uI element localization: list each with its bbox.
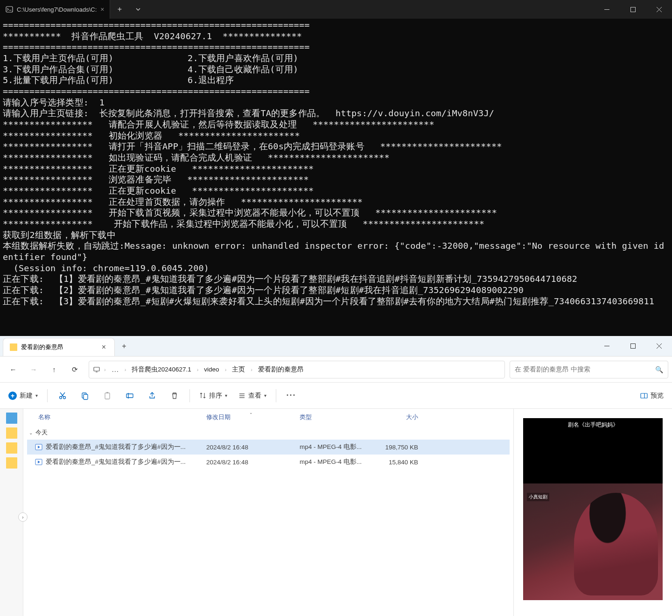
group-today[interactable]: ⌄ 今天: [27, 426, 510, 440]
sidebar-item[interactable]: [6, 413, 17, 424]
breadcrumb-item[interactable]: 抖音爬虫20240627.1: [130, 364, 193, 375]
share-button[interactable]: [142, 385, 162, 406]
cut-button[interactable]: [52, 385, 73, 406]
folder-icon: [10, 343, 17, 351]
copy-button[interactable]: [75, 385, 95, 406]
close-icon: [657, 7, 662, 12]
svg-rect-12: [106, 392, 108, 393]
preview-toggle[interactable]: 预览: [636, 389, 668, 403]
column-date[interactable]: ⌄修改日期: [203, 413, 296, 421]
sidebar-item[interactable]: [6, 457, 17, 469]
plus-icon: +: [8, 392, 17, 400]
maximize-icon: [630, 7, 636, 12]
file-size: 198,750 KB: [375, 444, 422, 451]
copy-icon: [81, 392, 89, 400]
breadcrumb-item[interactable]: video: [202, 365, 221, 374]
chevron-right-icon: ›: [223, 367, 229, 372]
chevron-down-icon: ▾: [225, 393, 227, 398]
terminal-icon: [6, 6, 13, 13]
sidebar-item[interactable]: [6, 427, 17, 439]
explorer-toolbar: + 新建 ▾ 排序 ▾ 查看 ▾ ··· 预览: [0, 383, 672, 409]
sort-label: 排序: [209, 392, 222, 400]
group-label: 今天: [35, 428, 48, 437]
terminal-tab[interactable]: C:\Users\feng7\Downloads\C: ×: [0, 0, 110, 19]
preview-pane: 剧名《出手吧妈妈》 小真短剧: [513, 409, 672, 616]
file-size: 15,840 KB: [375, 459, 422, 466]
breadcrumb-overflow[interactable]: …: [110, 365, 121, 374]
up-button[interactable]: ↑: [45, 360, 63, 379]
sort-icon: [199, 392, 206, 399]
sort-button[interactable]: 排序 ▾: [195, 389, 232, 403]
sidebar: ›: [0, 409, 23, 616]
file-list-header: 名称 ⌄修改日期 类型 大小: [27, 409, 510, 426]
minimize-icon: [604, 7, 609, 12]
video-file-icon: [35, 458, 43, 466]
svg-point-7: [60, 396, 62, 399]
paste-button[interactable]: [97, 385, 118, 406]
breadcrumb-item[interactable]: 主页: [230, 364, 247, 375]
column-size[interactable]: 大小: [375, 413, 422, 421]
rename-button[interactable]: [119, 385, 140, 406]
breadcrumb-item[interactable]: 爱看剧的秦意昂: [256, 364, 306, 375]
file-date: 2024/8/2 16:48: [203, 459, 296, 466]
maximize-button[interactable]: [620, 0, 646, 19]
sidebar-item[interactable]: [6, 442, 17, 454]
svg-point-8: [63, 396, 66, 399]
video-preview[interactable]: 剧名《出手吧妈妈》 小真短剧: [523, 418, 663, 600]
back-button[interactable]: ←: [4, 360, 22, 379]
explorer-nav: ← → ↑ ⟳ › … › 抖音爬虫20240627.1 › video › 主…: [0, 357, 672, 383]
search-input[interactable]: [515, 366, 655, 373]
file-type: mp4 - MPEG-4 电影...: [296, 443, 375, 451]
terminal-output[interactable]: ========================================…: [0, 19, 672, 336]
minimize-button[interactable]: [594, 0, 620, 19]
monitor-icon: [93, 366, 100, 373]
explorer-tab-title: 爱看剧的秦意昂: [21, 343, 96, 351]
paste-icon: [103, 392, 112, 400]
search-icon[interactable]: 🔍: [655, 366, 663, 373]
new-tab-button[interactable]: +: [115, 336, 133, 356]
preview-label: 预览: [651, 392, 664, 400]
breadcrumb[interactable]: › … › 抖音爬虫20240627.1 › video › 主页 › 爱看剧的…: [89, 361, 505, 378]
view-icon: [238, 392, 245, 399]
close-icon[interactable]: ×: [100, 342, 108, 352]
view-button[interactable]: 查看 ▾: [234, 389, 271, 403]
sidebar-expand-button[interactable]: ›: [18, 512, 28, 522]
minimize-button[interactable]: [594, 336, 620, 356]
svg-rect-2: [630, 7, 635, 12]
maximize-button[interactable]: [620, 336, 646, 356]
file-row[interactable]: 爱看剧的秦意昂_#鬼知道我看了多少遍#因为一... 2024/8/2 16:48…: [27, 455, 510, 469]
chevron-down-icon: ▾: [35, 393, 38, 398]
explorer-titlebar: 爱看剧的秦意昂 × +: [0, 336, 672, 357]
explorer-tab[interactable]: 爱看剧的秦意昂 ×: [3, 338, 115, 356]
search-box[interactable]: 🔍: [510, 361, 668, 378]
terminal-titlebar: C:\Users\feng7\Downloads\C: × +: [0, 0, 672, 19]
new-button[interactable]: + 新建 ▾: [4, 389, 42, 403]
trash-icon: [170, 392, 179, 400]
close-icon: [657, 343, 662, 349]
svg-rect-11: [105, 393, 110, 399]
preview-icon: [640, 392, 648, 399]
close-icon[interactable]: ×: [100, 6, 104, 13]
delete-button[interactable]: [164, 385, 185, 406]
chevron-right-icon: ›: [195, 367, 201, 372]
window-controls: [594, 336, 672, 356]
file-name: 爱看剧的秦意昂_#鬼知道我看了多少遍#因为一...: [46, 458, 203, 466]
refresh-button[interactable]: ⟳: [65, 360, 84, 379]
file-row[interactable]: 爱看剧的秦意昂_#鬼知道我看了多少遍#因为一... 2024/8/2 16:48…: [27, 440, 510, 455]
terminal-tab-title: C:\Users\feng7\Downloads\C:: [17, 6, 97, 13]
chevron-right-icon: ›: [123, 367, 128, 372]
tab-dropdown-button[interactable]: [129, 0, 147, 19]
forward-button[interactable]: →: [24, 360, 43, 379]
view-label: 查看: [248, 392, 261, 400]
more-button[interactable]: ···: [281, 385, 301, 406]
svg-rect-10: [84, 394, 88, 399]
svg-rect-18: [641, 393, 647, 398]
file-name: 爱看剧的秦意昂_#鬼知道我看了多少遍#因为一...: [46, 443, 203, 451]
close-button[interactable]: [646, 336, 672, 356]
column-type[interactable]: 类型: [296, 413, 375, 421]
file-list-area: 名称 ⌄修改日期 类型 大小 ⌄ 今天 爱看剧的秦意昂_#鬼知道我看了多少遍#因…: [23, 409, 513, 616]
close-button[interactable]: [646, 0, 672, 19]
preview-label: 小真短剧: [527, 493, 549, 501]
new-tab-button[interactable]: +: [110, 0, 129, 19]
column-name[interactable]: 名称: [35, 413, 203, 421]
